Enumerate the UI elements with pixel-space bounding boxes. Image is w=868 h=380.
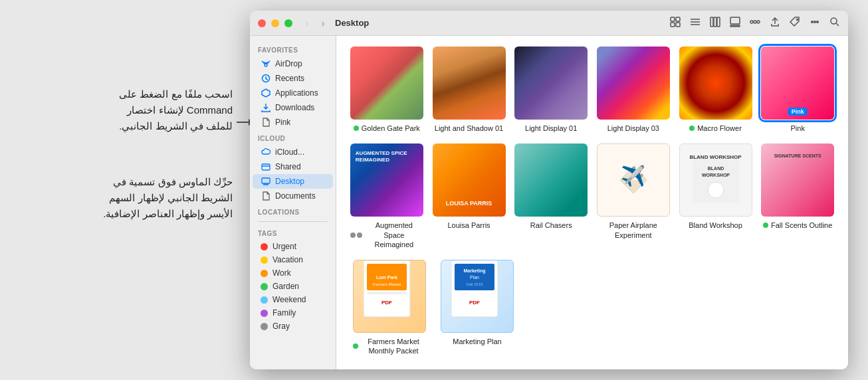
file-item-pink[interactable]: Pink Pink (760, 47, 835, 133)
desktop-label: Desktop (275, 177, 304, 186)
golden-gate-thumb (350, 47, 423, 120)
sidebar-tag-garden[interactable]: Garden (253, 280, 333, 293)
pink-thumb: Pink (761, 47, 834, 120)
share-button[interactable] (770, 17, 780, 29)
sidebar-tag-work[interactable]: Work (253, 266, 333, 280)
downloads-label: Downloads (275, 103, 314, 112)
file-item-augmented[interactable]: Augmented Space Reimagined (350, 143, 424, 249)
svg-point-16 (757, 21, 760, 23)
sidebar-item-downloads[interactable]: Downloads (253, 100, 333, 115)
recents-label: Recents (275, 74, 304, 83)
vacation-dot (261, 256, 268, 264)
file-item-farmers[interactable]: Lum Park Farmers Market PDF Farmers Mark… (350, 260, 429, 356)
back-button[interactable]: ‹ (300, 17, 314, 30)
sidebar-item-applications[interactable]: Applications (253, 86, 333, 100)
tag-button[interactable] (790, 17, 800, 29)
sidebar-item-recents[interactable]: Recents (253, 71, 333, 86)
urgent-label: Urgent (272, 242, 296, 251)
desktop-icon (261, 176, 271, 187)
svg-text:WORKSHOP: WORKSHOP (702, 173, 730, 177)
grid-view-button[interactable] (670, 17, 681, 29)
svg-rect-36 (367, 292, 407, 294)
weekend-dot (261, 296, 268, 304)
list-view-button[interactable] (690, 17, 701, 29)
annotation-text-2: حرِّك الماوس فوق تسمية في الشريط الجانبي… (20, 174, 233, 222)
svg-text:PDF: PDF (469, 300, 480, 306)
light-display03-thumb (597, 47, 670, 120)
file-item-rail[interactable]: Rail Chasers (514, 143, 588, 249)
golden-gate-dot (354, 126, 359, 131)
svg-text:Lum Park: Lum Park (376, 275, 397, 280)
file-item-light-display03[interactable]: Light Display 03 (596, 47, 671, 133)
window-title: Desktop (335, 18, 369, 28)
file-item-fall[interactable]: Fall Scents Outline (760, 143, 835, 249)
svg-point-15 (754, 21, 756, 23)
file-item-light-shadow[interactable]: Light and Shadow 01 (432, 47, 506, 133)
svg-rect-11 (730, 25, 733, 27)
sidebar-item-pink[interactable]: Pink (253, 115, 333, 130)
more-button[interactable] (810, 17, 820, 29)
sidebar-item-documents[interactable]: Documents (253, 189, 333, 203)
icloud-drive-label: iCloud... (275, 147, 304, 157)
svg-rect-27 (262, 178, 270, 183)
pink-file-icon (261, 117, 271, 128)
svg-rect-9 (717, 17, 720, 27)
maximize-button[interactable] (284, 19, 292, 27)
sidebar-item-airdrop[interactable]: AirDrop (253, 56, 333, 71)
work-dot (261, 270, 268, 277)
favorites-label: Favorites (250, 41, 336, 56)
gray-dot (261, 323, 268, 330)
documents-icon (261, 191, 271, 201)
minimize-button[interactable] (271, 19, 279, 27)
sidebar-tag-family[interactable]: Family (253, 306, 333, 320)
shared-label: Shared (275, 162, 301, 171)
group-button[interactable] (750, 17, 760, 29)
close-button[interactable] (258, 19, 266, 27)
svg-rect-2 (671, 23, 675, 27)
family-label: Family (272, 308, 296, 318)
svg-line-22 (836, 23, 839, 26)
column-view-button[interactable] (710, 17, 720, 29)
search-button[interactable] (829, 17, 840, 29)
sidebar-item-icloud[interactable]: iCloud... (253, 145, 333, 159)
downloads-icon (261, 102, 271, 113)
file-item-marketing[interactable]: Marketing Plan Fall 2019 PDF Marketing P… (437, 260, 517, 356)
sidebar-tag-gray[interactable]: Gray (253, 320, 333, 333)
paper-label: Paper Airplane Experiment (597, 221, 670, 240)
gallery-view-button[interactable] (730, 17, 740, 29)
macro-flower-thumb (679, 47, 752, 120)
rail-label: Rail Chasers (530, 221, 572, 230)
sidebar-tag-vacation[interactable]: Vacation (253, 253, 333, 266)
icloud-label: iCloud (250, 130, 336, 145)
toolbar-icons (670, 17, 840, 29)
svg-rect-8 (714, 17, 716, 27)
vacation-label: Vacation (272, 255, 303, 264)
svg-marker-25 (262, 89, 270, 97)
macro-flower-dot (689, 126, 695, 131)
file-item-paper[interactable]: Paper Airplane Experiment (596, 143, 671, 249)
augmented-dual-dot (350, 233, 362, 238)
file-grid: Golden Gate Park Light and Shadow 01 Lig… (336, 36, 848, 369)
farmers-dot (353, 343, 358, 349)
forward-button[interactable]: › (316, 17, 330, 30)
file-item-light-display01[interactable]: Light Display 01 (514, 47, 588, 133)
light-display01-thumb (514, 47, 588, 120)
file-item-bland[interactable]: BLAND WORKSHOP Bland Workshop (679, 143, 753, 249)
documents-label: Documents (275, 191, 316, 201)
tags-label: Tags (250, 225, 336, 240)
file-item-golden-gate[interactable]: Golden Gate Park (350, 47, 424, 133)
marketing-label: Marketing Plan (453, 337, 501, 346)
sidebar-tag-urgent[interactable]: Urgent (253, 240, 333, 253)
file-item-louisa[interactable]: Louisa Parris (432, 143, 506, 249)
pink-label: Pink (275, 118, 290, 127)
fall-label: Fall Scents Outline (763, 221, 832, 230)
sidebar-item-desktop[interactable]: Desktop (253, 174, 333, 189)
file-item-macro-flower[interactable]: Macro Flower (679, 47, 753, 133)
sidebar-tag-weekend[interactable]: Weekend (253, 293, 333, 306)
svg-rect-0 (671, 17, 675, 21)
airdrop-label: AirDrop (275, 59, 302, 68)
bland-label: Bland Workshop (689, 221, 742, 230)
sidebar-item-shared[interactable]: Shared (253, 159, 333, 174)
file-grid-row-3: Lum Park Farmers Market PDF Farmers Mark… (350, 260, 835, 356)
finder-body: Favorites AirDrop Recents (250, 36, 848, 369)
